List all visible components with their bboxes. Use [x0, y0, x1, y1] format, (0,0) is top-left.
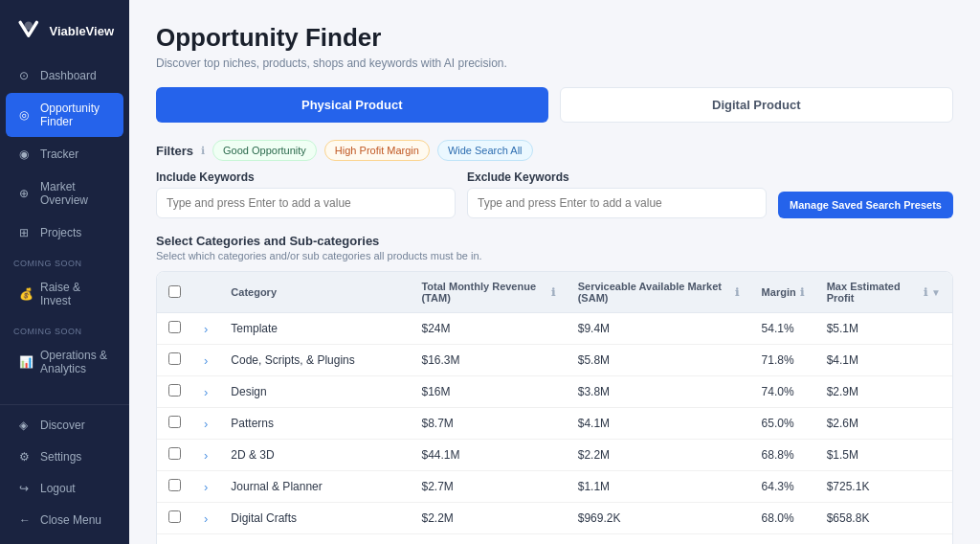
row-margin: 65.0%	[750, 408, 815, 440]
sidebar-label-discover: Discover	[40, 419, 85, 432]
sidebar-item-market-overview[interactable]: ⊕ Market Overview	[6, 171, 123, 215]
row-margin: 71.8%	[750, 345, 815, 376]
row-expand-btn-4[interactable]: ›	[204, 448, 208, 463]
sidebar-item-dashboard[interactable]: ⊙ Dashboard	[6, 60, 123, 91]
projects-icon: ⊞	[19, 226, 33, 239]
row-expand-btn-3[interactable]: ›	[204, 417, 208, 431]
row-expand-cell: ›	[192, 440, 219, 471]
select-all-checkbox[interactable]	[168, 285, 181, 298]
include-keywords-label: Include Keywords	[156, 170, 456, 184]
row-category: Template	[219, 313, 410, 345]
row-checkbox-4[interactable]	[168, 447, 181, 460]
row-expand-btn-0[interactable]: ›	[204, 322, 208, 336]
row-checkbox-2[interactable]	[168, 384, 181, 397]
row-category: 2D & 3D	[219, 440, 410, 471]
section-title: Select Categories and Sub-categories	[156, 234, 953, 248]
row-category: Design	[219, 376, 410, 408]
table-body: › Template $24M $9.4M 54.1% $5.1M › Code…	[157, 313, 952, 545]
sidebar-item-operations[interactable]: 📊 Operations & Analytics	[6, 340, 123, 384]
tab-physical-product[interactable]: Physical Product	[156, 87, 548, 123]
main-content: Opportunity Finder Discover top niches, …	[129, 0, 980, 544]
th-max-profit: Max Estimated Profit ℹ ▼	[815, 272, 952, 313]
include-keywords-input[interactable]	[156, 188, 456, 218]
row-checkbox-cell	[157, 503, 192, 534]
row-checkbox-cell	[157, 471, 192, 503]
th-checkbox	[157, 272, 192, 313]
coming-soon-label-1: Coming Soon	[0, 249, 129, 271]
filter-badge-wide-search[interactable]: Wide Search All	[437, 140, 533, 161]
sidebar-label-opportunity: Opportunity Finder	[40, 102, 110, 128]
tracker-icon: ◉	[19, 147, 33, 161]
row-category: Patterns	[219, 408, 410, 440]
row-margin: 74.0%	[750, 376, 815, 408]
sidebar-item-settings[interactable]: ⚙ Settings	[6, 442, 123, 472]
row-max-profit: $658.8K	[815, 503, 952, 534]
sidebar-item-raise[interactable]: 💰 Raise & Invest	[6, 272, 123, 316]
sidebar-item-projects[interactable]: ⊞ Projects	[6, 217, 123, 248]
row-checkbox-6[interactable]	[168, 510, 181, 523]
filter-badge-good-opportunity[interactable]: Good Opportunity	[212, 140, 317, 161]
row-max-profit: $2.6M	[815, 408, 952, 440]
categories-table-wrap: Category Total Monthly Revenue (TAM) ℹ S	[156, 271, 953, 544]
sidebar-item-opportunity-finder[interactable]: ◎ Opportunity Finder	[6, 93, 123, 137]
row-max-profit: $5.1M	[815, 313, 952, 345]
th-tam-label: Total Monthly Revenue (TAM)	[421, 281, 546, 304]
th-tam-info: ℹ	[551, 286, 555, 299]
row-expand-cell: ›	[192, 408, 219, 440]
svg-point-0	[24, 22, 33, 31]
tab-digital-product[interactable]: Digital Product	[560, 87, 954, 123]
page-title: Opportunity Finder	[156, 23, 953, 53]
sidebar-label-tracker: Tracker	[40, 147, 78, 161]
sidebar-label-operations: Operations & Analytics	[40, 349, 110, 375]
table-row: › Patterns $8.7M $4.1M 65.0% $2.6M	[157, 408, 952, 440]
table-row: › Template $24M $9.4M 54.1% $5.1M	[157, 313, 952, 345]
sidebar-item-logout[interactable]: ↪ Logout	[6, 473, 123, 504]
row-sam: $1.1M	[567, 471, 750, 503]
logo-text: ViableView	[50, 24, 114, 38]
logout-icon: ↪	[19, 482, 33, 495]
row-margin: 68.8%	[750, 440, 815, 471]
row-expand-cell: ›	[192, 503, 219, 534]
row-checkbox-1[interactable]	[168, 352, 181, 365]
row-checkbox-0[interactable]	[168, 321, 181, 333]
th-max-profit-info: ℹ	[924, 286, 927, 299]
th-category: Category	[219, 272, 410, 313]
row-expand-btn-6[interactable]: ›	[204, 511, 208, 526]
row-checkbox-cell	[157, 534, 192, 545]
sidebar-bottom: ◈ Discover ⚙ Settings ↪ Logout ← Close M…	[0, 404, 129, 544]
sidebar-item-discover[interactable]: ◈ Discover	[6, 410, 123, 441]
row-margin: 64.3%	[750, 471, 815, 503]
row-checkbox-cell	[157, 440, 192, 471]
row-checkbox-5[interactable]	[168, 479, 181, 491]
manage-presets-button[interactable]: Manage Saved Search Presets	[778, 192, 953, 218]
row-checkbox-3[interactable]	[168, 416, 181, 428]
row-category: Digital Crafts	[219, 503, 410, 534]
row-checkbox-cell	[157, 376, 192, 408]
close-menu-icon: ←	[19, 513, 33, 527]
row-expand-btn-1[interactable]: ›	[204, 353, 208, 368]
table-row: › Digital Crafts $2.2M $969.2K 68.0% $65…	[157, 503, 952, 534]
row-expand-btn-5[interactable]: ›	[204, 480, 208, 494]
th-max-profit-sort[interactable]: ▼	[931, 287, 941, 298]
row-expand-cell: ›	[192, 534, 219, 545]
row-tam: $1.9M	[410, 534, 566, 545]
market-icon: ⊕	[19, 187, 33, 200]
row-expand-btn-2[interactable]: ›	[204, 385, 208, 399]
sidebar: ViableView ⊙ Dashboard ◎ Opportunity Fin…	[0, 0, 129, 544]
th-max-profit-label: Max Estimated Profit	[827, 281, 920, 304]
th-tam: Total Monthly Revenue (TAM) ℹ	[410, 272, 566, 313]
row-max-profit: $2.9M	[815, 376, 952, 408]
th-margin-label: Margin	[762, 286, 796, 298]
raise-icon: 💰	[19, 287, 33, 301]
row-tam: $24M	[410, 313, 566, 345]
coming-soon-label-2: Coming Soon	[0, 317, 129, 339]
dashboard-icon: ⊙	[19, 69, 33, 82]
th-margin: Margin ℹ	[750, 272, 815, 313]
table-row: › Design $16M $3.8M 74.0% $2.9M	[157, 376, 952, 408]
sidebar-close-menu[interactable]: ← Close Menu	[6, 505, 123, 535]
filter-badge-high-profit[interactable]: High Profit Margin	[324, 140, 430, 161]
exclude-keywords-input[interactable]	[467, 188, 767, 218]
row-max-profit: $4.1M	[815, 345, 952, 376]
row-sam: $2.2M	[567, 440, 750, 471]
sidebar-item-tracker[interactable]: ◉ Tracker	[6, 139, 123, 170]
